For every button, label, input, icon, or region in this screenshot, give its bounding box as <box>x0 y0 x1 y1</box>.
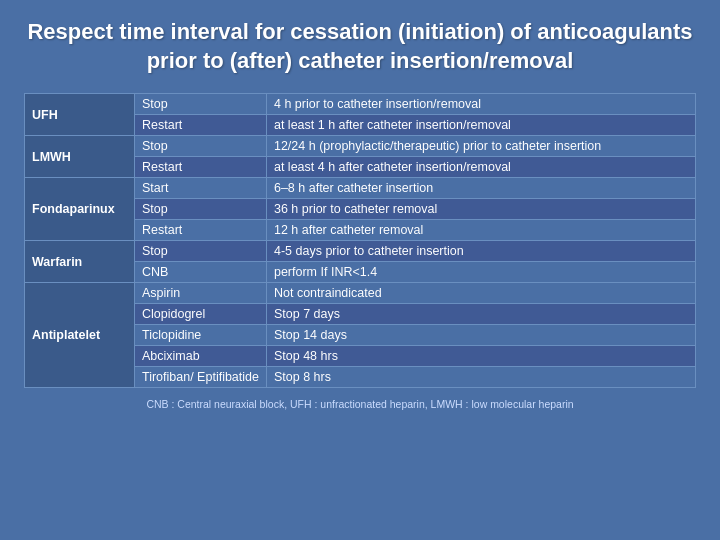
table-row: FondaparinuxStart6–8 h after catheter in… <box>25 178 696 199</box>
table-row: UFHStop4 h prior to catheter insertion/r… <box>25 94 696 115</box>
action-cell: Abciximab <box>135 346 267 367</box>
description-cell: 4 h prior to catheter insertion/removal <box>266 94 695 115</box>
description-cell: Stop 14 days <box>266 325 695 346</box>
action-cell: Tirofiban/ Eptifibatide <box>135 367 267 388</box>
action-cell: Stop <box>135 136 267 157</box>
description-cell: 6–8 h after catheter insertion <box>266 178 695 199</box>
description-cell: at least 4 h after catheter insertion/re… <box>266 157 695 178</box>
description-cell: at least 1 h after catheter insertion/re… <box>266 115 695 136</box>
action-cell: Start <box>135 178 267 199</box>
action-cell: Aspirin <box>135 283 267 304</box>
description-cell: 36 h prior to catheter removal <box>266 199 695 220</box>
action-cell: Stop <box>135 199 267 220</box>
action-cell: Restart <box>135 157 267 178</box>
main-table: UFHStop4 h prior to catheter insertion/r… <box>24 93 696 388</box>
table-row: AntiplateletAspirinNot contraindicated <box>25 283 696 304</box>
action-cell: Restart <box>135 220 267 241</box>
page-title: Respect time interval for cessation (ini… <box>24 18 696 75</box>
table-row: LMWHStop12/24 h (prophylactic/therapeuti… <box>25 136 696 157</box>
table-row: WarfarinStop4-5 days prior to catheter i… <box>25 241 696 262</box>
description-cell: Stop 8 hrs <box>266 367 695 388</box>
description-cell: perform If INR<1.4 <box>266 262 695 283</box>
description-cell: 12 h after catheter removal <box>266 220 695 241</box>
description-cell: Stop 48 hrs <box>266 346 695 367</box>
drug-cell: Fondaparinux <box>25 178 135 241</box>
action-cell: Ticlopidine <box>135 325 267 346</box>
description-cell: Stop 7 days <box>266 304 695 325</box>
drug-cell: Warfarin <box>25 241 135 283</box>
footnote: CNB : Central neuraxial block, UFH : unf… <box>146 398 573 410</box>
drug-cell: LMWH <box>25 136 135 178</box>
action-cell: Restart <box>135 115 267 136</box>
action-cell: Stop <box>135 241 267 262</box>
action-cell: Stop <box>135 94 267 115</box>
action-cell: Clopidogrel <box>135 304 267 325</box>
description-cell: 12/24 h (prophylactic/therapeutic) prior… <box>266 136 695 157</box>
action-cell: CNB <box>135 262 267 283</box>
drug-cell: Antiplatelet <box>25 283 135 388</box>
description-cell: 4-5 days prior to catheter insertion <box>266 241 695 262</box>
drug-cell: UFH <box>25 94 135 136</box>
description-cell: Not contraindicated <box>266 283 695 304</box>
